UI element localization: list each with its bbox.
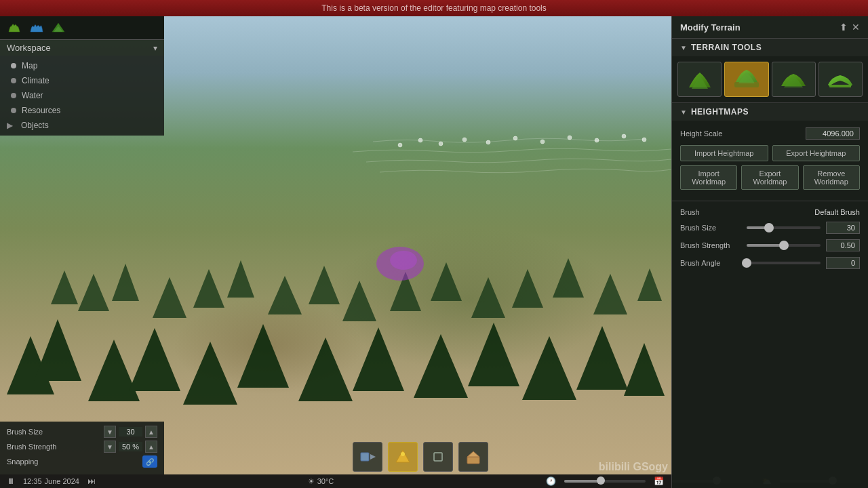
brush-strength-slider[interactable]	[747, 244, 821, 247]
climate-label: Climate	[22, 76, 50, 85]
calendar-icon: 📅	[654, 476, 664, 486]
heightmaps-header[interactable]: ▼ HEIGHTMAPS	[672, 103, 868, 121]
fast-forward-btn[interactable]: ⏭	[87, 476, 96, 486]
snapping-toggle[interactable]: 🔗	[142, 455, 157, 468]
dot-climate	[11, 78, 16, 83]
brush-default-value: Default Brush	[747, 208, 860, 216]
dot-map	[11, 63, 16, 68]
heightmaps-section: ▼ HEIGHTMAPS Height Scale 4096.000 Impor…	[672, 103, 868, 201]
snapping-row: Snapping 🔗	[7, 455, 157, 468]
right-panel-header: Modify Terrain ⬆ ✕	[672, 16, 868, 39]
export-worldmap-btn[interactable]: Export Worldmap	[741, 165, 798, 190]
workspace-item-map[interactable]: Map	[0, 58, 164, 73]
import-heightmap-btn[interactable]: Import Heightmap	[680, 145, 768, 161]
brush-size-slider[interactable]	[747, 226, 821, 229]
center-toolbar	[353, 442, 488, 472]
brush-strength-row-right: Brush Strength 0.50	[680, 239, 860, 251]
svg-rect-71	[361, 453, 369, 461]
brush-strength-label-right: Brush Strength	[680, 241, 741, 249]
workspace-chevron: ▾	[153, 43, 157, 53]
top-bar: This is a beta version of the editor fea…	[0, 0, 868, 16]
brush-section: Brush Default Brush Brush Size 30 Brush …	[672, 201, 868, 281]
sun-icon: ☀	[308, 477, 315, 486]
svg-rect-78	[829, 85, 851, 87]
time-slider[interactable]	[564, 480, 646, 483]
height-scale-row: Height Scale 4096.000	[680, 127, 860, 140]
svg-marker-76	[467, 451, 479, 457]
resources-label: Resources	[22, 106, 60, 115]
height-scale-value: 4096.000	[806, 127, 860, 140]
brush-size-value: 30	[119, 427, 142, 436]
brush-strength-row: Brush Strength ▼ 50 % ▲	[7, 441, 157, 453]
workspace-item-resources[interactable]: Resources	[0, 103, 164, 118]
brush-size-row-right: Brush Size 30	[680, 222, 860, 234]
brush-angle-label: Brush Angle	[680, 259, 741, 267]
workspace-header[interactable]: Workspace ▾	[0, 39, 164, 56]
temperature-value: 30°C	[317, 477, 334, 485]
tool-smooth[interactable]	[772, 62, 816, 97]
time-display: 12:35 June 2024	[23, 477, 79, 485]
svg-rect-75	[467, 457, 479, 464]
dot-resources	[11, 108, 16, 113]
workspace-item-water[interactable]: Water	[0, 88, 164, 103]
right-panel-buttons: ⬆ ✕	[840, 22, 860, 33]
month-value: June 2024	[45, 477, 79, 485]
worldmap-btns-row: Import Worldmap Export Worldmap Remove W…	[680, 165, 860, 190]
tool-build[interactable]	[458, 442, 488, 472]
tool-flatten[interactable]	[818, 62, 863, 97]
arrow-objects: ▶	[7, 121, 13, 130]
icon-grass[interactable]	[5, 20, 24, 35]
terrain-tools-grid	[672, 56, 868, 102]
tool-object[interactable]	[423, 442, 453, 472]
workspace-items: Map Climate Water Resources ▶ Objects	[0, 56, 164, 136]
terrain-tools-title: TERRAIN TOOLS	[691, 43, 762, 52]
heightmap-btns-row1: Import Heightmap Export Heightmap	[680, 145, 860, 161]
svg-rect-74	[434, 453, 442, 461]
tool-raise[interactable]	[677, 62, 722, 97]
dot-water	[11, 93, 16, 98]
brush-size-row: Brush Size ▼ 30 ▲	[7, 426, 157, 438]
terrain-tools-header[interactable]: ▼ TERRAIN TOOLS	[672, 39, 868, 56]
brush-angle-display: 0	[826, 257, 860, 269]
brush-size-label: Brush Size	[7, 428, 101, 436]
tool-terrain[interactable]	[388, 442, 418, 472]
export-heightmap-btn[interactable]: Export Heightmap	[772, 145, 861, 161]
brush-angle-row: Brush Angle 0	[680, 257, 860, 269]
workspace-label: Workspace	[7, 43, 51, 53]
brush-size-display: 30	[826, 222, 860, 234]
svg-marker-72	[370, 454, 376, 460]
brush-size-down[interactable]: ▼	[104, 426, 116, 438]
terrain-tools-section: ▼ TERRAIN TOOLS	[672, 39, 868, 103]
brush-strength-display: 0.50	[826, 239, 860, 251]
icon-tree[interactable]	[49, 20, 68, 35]
tool-move[interactable]	[353, 442, 382, 472]
height-scale-label: Height Scale	[680, 129, 800, 138]
remove-worldmap-btn[interactable]: Remove Worldmap	[803, 165, 860, 190]
heightmaps-content: Height Scale 4096.000 Import Heightmap E…	[672, 121, 868, 201]
brush-strength-label: Brush Strength	[7, 443, 101, 451]
watermark: bilibili GSogy	[599, 461, 668, 473]
temperature-display: ☀ 30°C	[308, 477, 334, 486]
icon-water[interactable]	[27, 20, 46, 35]
brush-strength-value: 50 %	[119, 442, 142, 451]
brush-label: Brush	[680, 208, 741, 216]
brush-strength-up[interactable]: ▲	[145, 441, 157, 453]
import-worldmap-btn[interactable]: Import Worldmap	[680, 165, 737, 190]
brush-angle-slider[interactable]	[747, 262, 821, 264]
brush-row: Brush Default Brush	[680, 208, 860, 216]
clock-icon: 🕐	[546, 476, 556, 486]
bottom-left-controls: Brush Size ▼ 30 ▲ Brush Strength ▼ 50 % …	[0, 422, 164, 474]
minimize-button[interactable]: ⬆	[840, 22, 848, 33]
brush-strength-down[interactable]: ▼	[104, 441, 116, 453]
heightmaps-toggle: ▼	[680, 108, 687, 116]
map-label: Map	[22, 61, 37, 70]
brush-size-up[interactable]: ▲	[145, 426, 157, 438]
left-panel: Workspace ▾ Map Climate Water Resources …	[0, 16, 164, 136]
pause-button[interactable]: ⏸	[7, 476, 15, 486]
svg-point-73	[401, 452, 405, 456]
workspace-item-climate[interactable]: Climate	[0, 73, 164, 88]
workspace-item-objects[interactable]: ▶ Objects	[0, 118, 164, 133]
close-button[interactable]: ✕	[852, 22, 860, 33]
heightmaps-title: HEIGHTMAPS	[691, 107, 749, 117]
tool-lower[interactable]	[724, 62, 768, 97]
